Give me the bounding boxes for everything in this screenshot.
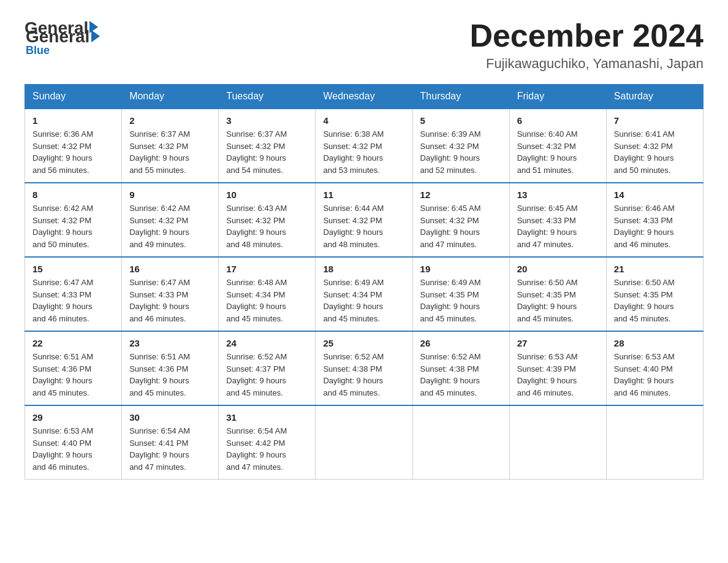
table-row: 5 Sunrise: 6:39 AM Sunset: 4:32 PM Dayli… (412, 109, 509, 183)
day-info: Sunrise: 6:53 AM Sunset: 4:40 PM Dayligh… (32, 425, 114, 473)
day-info: Sunrise: 6:45 AM Sunset: 4:33 PM Dayligh… (517, 202, 599, 250)
col-tuesday: Tuesday (219, 85, 316, 109)
day-info: Sunrise: 6:48 AM Sunset: 4:34 PM Dayligh… (226, 277, 308, 324)
day-info: Sunrise: 6:51 AM Sunset: 4:36 PM Dayligh… (32, 351, 114, 399)
table-row: 16 Sunrise: 6:47 AM Sunset: 4:33 PM Dayl… (122, 257, 219, 331)
day-number: 11 (323, 190, 404, 200)
calendar-table: Sunday Monday Tuesday Wednesday Thursday… (25, 84, 703, 480)
day-info: Sunrise: 6:42 AM Sunset: 4:32 PM Dayligh… (129, 202, 211, 250)
day-number: 8 (32, 190, 114, 200)
title-section: December 2024 Fujikawaguchiko, Yamanashi… (469, 18, 703, 72)
day-info: Sunrise: 6:51 AM Sunset: 4:36 PM Dayligh… (129, 351, 211, 399)
table-row: 19 Sunrise: 6:49 AM Sunset: 4:35 PM Dayl… (412, 257, 509, 331)
table-row: 1 Sunrise: 6:36 AM Sunset: 4:32 PM Dayli… (25, 109, 122, 183)
table-row: 12 Sunrise: 6:45 AM Sunset: 4:32 PM Dayl… (412, 183, 509, 257)
day-number: 14 (614, 190, 696, 200)
day-number: 10 (226, 190, 308, 200)
col-friday: Friday (509, 85, 606, 109)
table-row: 4 Sunrise: 6:38 AM Sunset: 4:32 PM Dayli… (316, 109, 412, 183)
day-number: 7 (614, 115, 696, 126)
day-number: 16 (129, 264, 211, 274)
day-info: Sunrise: 6:44 AM Sunset: 4:32 PM Dayligh… (323, 202, 404, 250)
table-row (412, 405, 509, 480)
page-header: General General Blue December 2024 Fujik… (25, 18, 703, 72)
day-info: Sunrise: 6:37 AM Sunset: 4:32 PM Dayligh… (129, 128, 211, 176)
day-info: Sunrise: 6:53 AM Sunset: 4:39 PM Dayligh… (517, 351, 599, 399)
location-text: Fujikawaguchiko, Yamanashi, Japan (469, 56, 703, 72)
table-row: 30 Sunrise: 6:54 AM Sunset: 4:41 PM Dayl… (122, 405, 219, 480)
day-number: 13 (517, 190, 599, 200)
day-info: Sunrise: 6:46 AM Sunset: 4:33 PM Dayligh… (614, 202, 696, 250)
day-info: Sunrise: 6:36 AM Sunset: 4:32 PM Dayligh… (32, 128, 114, 176)
day-info: Sunrise: 6:49 AM Sunset: 4:35 PM Dayligh… (420, 277, 502, 324)
day-number: 31 (226, 412, 308, 423)
table-row: 29 Sunrise: 6:53 AM Sunset: 4:40 PM Dayl… (25, 405, 122, 480)
day-number: 1 (32, 115, 114, 126)
day-info: Sunrise: 6:50 AM Sunset: 4:35 PM Dayligh… (517, 277, 599, 324)
day-info: Sunrise: 6:47 AM Sunset: 4:33 PM Dayligh… (129, 277, 211, 324)
table-row (509, 405, 606, 480)
day-number: 4 (323, 115, 404, 126)
col-wednesday: Wednesday (316, 85, 412, 109)
table-row: 21 Sunrise: 6:50 AM Sunset: 4:35 PM Dayl… (606, 257, 703, 331)
table-row: 10 Sunrise: 6:43 AM Sunset: 4:32 PM Dayl… (219, 183, 316, 257)
day-info: Sunrise: 6:41 AM Sunset: 4:32 PM Dayligh… (614, 128, 696, 176)
day-info: Sunrise: 6:53 AM Sunset: 4:40 PM Dayligh… (614, 351, 696, 399)
table-row: 15 Sunrise: 6:47 AM Sunset: 4:33 PM Dayl… (25, 257, 122, 331)
col-thursday: Thursday (412, 85, 509, 109)
day-number: 5 (420, 115, 502, 126)
day-info: Sunrise: 6:40 AM Sunset: 4:32 PM Dayligh… (517, 128, 599, 176)
calendar-header-row: Sunday Monday Tuesday Wednesday Thursday… (25, 85, 703, 109)
table-row: 6 Sunrise: 6:40 AM Sunset: 4:32 PM Dayli… (509, 109, 606, 183)
day-info: Sunrise: 6:42 AM Sunset: 4:32 PM Dayligh… (32, 202, 114, 250)
table-row: 18 Sunrise: 6:49 AM Sunset: 4:34 PM Dayl… (316, 257, 412, 331)
day-number: 22 (32, 338, 114, 348)
day-info: Sunrise: 6:49 AM Sunset: 4:34 PM Dayligh… (323, 277, 404, 324)
day-number: 9 (129, 190, 211, 200)
day-number: 21 (614, 264, 696, 274)
col-sunday: Sunday (25, 85, 122, 109)
day-number: 30 (129, 412, 211, 423)
table-row: 7 Sunrise: 6:41 AM Sunset: 4:32 PM Dayli… (606, 109, 703, 183)
day-info: Sunrise: 6:37 AM Sunset: 4:32 PM Dayligh… (226, 128, 308, 176)
logo: General General Blue (25, 18, 100, 57)
day-info: Sunrise: 6:54 AM Sunset: 4:42 PM Dayligh… (226, 425, 308, 473)
table-row: 24 Sunrise: 6:52 AM Sunset: 4:37 PM Dayl… (219, 331, 316, 405)
col-monday: Monday (122, 85, 219, 109)
day-number: 2 (129, 115, 211, 126)
day-number: 27 (517, 338, 599, 348)
logo-blue-text: Blue (26, 44, 50, 57)
day-number: 25 (323, 338, 404, 348)
table-row: 25 Sunrise: 6:52 AM Sunset: 4:38 PM Dayl… (316, 331, 412, 405)
table-row: 9 Sunrise: 6:42 AM Sunset: 4:32 PM Dayli… (122, 183, 219, 257)
day-number: 18 (323, 264, 404, 274)
day-number: 15 (32, 264, 114, 274)
day-info: Sunrise: 6:45 AM Sunset: 4:32 PM Dayligh… (420, 202, 502, 250)
table-row: 20 Sunrise: 6:50 AM Sunset: 4:35 PM Dayl… (509, 257, 606, 331)
day-number: 17 (226, 264, 308, 274)
table-row: 11 Sunrise: 6:44 AM Sunset: 4:32 PM Dayl… (316, 183, 412, 257)
day-info: Sunrise: 6:52 AM Sunset: 4:38 PM Dayligh… (323, 351, 404, 399)
table-row: 31 Sunrise: 6:54 AM Sunset: 4:42 PM Dayl… (219, 405, 316, 480)
table-row: 13 Sunrise: 6:45 AM Sunset: 4:33 PM Dayl… (509, 183, 606, 257)
table-row: 3 Sunrise: 6:37 AM Sunset: 4:32 PM Dayli… (219, 109, 316, 183)
day-info: Sunrise: 6:52 AM Sunset: 4:37 PM Dayligh… (226, 351, 308, 399)
table-row: 26 Sunrise: 6:52 AM Sunset: 4:38 PM Dayl… (412, 331, 509, 405)
table-row (316, 405, 412, 480)
day-info: Sunrise: 6:54 AM Sunset: 4:41 PM Dayligh… (129, 425, 211, 473)
table-row: 28 Sunrise: 6:53 AM Sunset: 4:40 PM Dayl… (606, 331, 703, 405)
day-info: Sunrise: 6:39 AM Sunset: 4:32 PM Dayligh… (420, 128, 502, 176)
col-saturday: Saturday (606, 85, 703, 109)
day-number: 29 (32, 412, 114, 423)
table-row: 27 Sunrise: 6:53 AM Sunset: 4:39 PM Dayl… (509, 331, 606, 405)
logo-triangle-icon (91, 30, 100, 42)
day-info: Sunrise: 6:43 AM Sunset: 4:32 PM Dayligh… (226, 202, 308, 250)
day-number: 19 (420, 264, 502, 274)
day-number: 28 (614, 338, 696, 348)
table-row: 22 Sunrise: 6:51 AM Sunset: 4:36 PM Dayl… (25, 331, 122, 405)
day-number: 26 (420, 338, 502, 348)
table-row: 17 Sunrise: 6:48 AM Sunset: 4:34 PM Dayl… (219, 257, 316, 331)
day-info: Sunrise: 6:52 AM Sunset: 4:38 PM Dayligh… (420, 351, 502, 399)
day-info: Sunrise: 6:47 AM Sunset: 4:33 PM Dayligh… (32, 277, 114, 324)
day-number: 24 (226, 338, 308, 348)
